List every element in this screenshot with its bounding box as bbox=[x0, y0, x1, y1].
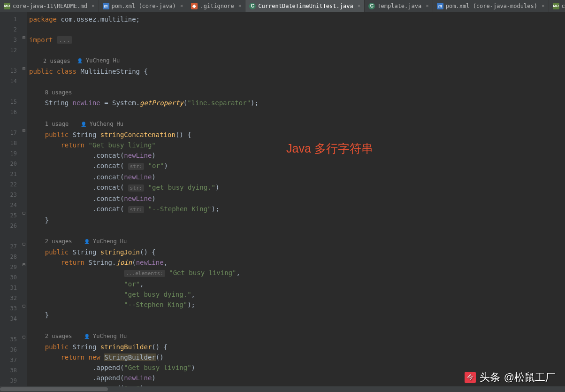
code-line[interactable]: public String stringJoin() { bbox=[29, 247, 565, 257]
usages-inlay[interactable]: 2 usages bbox=[43, 56, 70, 66]
code-line[interactable]: .concat(newLine) bbox=[29, 193, 565, 204]
watermark-prefix: 头条 bbox=[480, 370, 500, 384]
code-line[interactable]: 2 usages YuCheng Hu bbox=[29, 236, 565, 247]
code-line[interactable]: "or", bbox=[29, 279, 565, 289]
code-line[interactable]: .concat( str: "--Stephen King"); bbox=[29, 204, 565, 215]
tab[interactable]: CCurrentDateTimeUnitTest.java× bbox=[245, 0, 365, 12]
tab[interactable]: ◆.gitignore× bbox=[187, 0, 245, 12]
usages-inlay[interactable]: 8 usages bbox=[45, 89, 72, 96]
line-number: 37 bbox=[0, 355, 17, 365]
line-number: 30 bbox=[0, 272, 17, 283]
line-number: 38 bbox=[0, 365, 17, 376]
line-number: 34 bbox=[0, 314, 17, 324]
line-number: 29 bbox=[0, 262, 17, 272]
scrollbar-thumb[interactable] bbox=[0, 387, 108, 391]
code-line[interactable]: import ... bbox=[29, 35, 565, 45]
line-number: 24 bbox=[0, 200, 17, 210]
fold-column: ⊟⊟⊟⊟⊟⊟⊟⊟ bbox=[21, 12, 27, 392]
author-inlay[interactable]: YuCheng Hu bbox=[81, 121, 123, 127]
code-line[interactable]: .concat( str: "or") bbox=[29, 161, 565, 172]
fold-toggle-icon[interactable]: ⊟ bbox=[22, 241, 26, 246]
watermark-author: @松鼠工厂 bbox=[504, 370, 556, 384]
code-line[interactable] bbox=[29, 108, 565, 118]
tab-label: Template.java bbox=[377, 3, 421, 9]
code-line[interactable]: "--Stephen King"); bbox=[29, 300, 565, 310]
line-number: 20 bbox=[0, 159, 17, 169]
line-number: 13 bbox=[0, 66, 17, 76]
tab-label: .gitignore bbox=[200, 3, 234, 9]
author-inlay[interactable]: YuCheng Hu bbox=[84, 238, 127, 245]
code-line[interactable]: 1 usage YuCheng Hu bbox=[29, 118, 565, 130]
code-line[interactable]: public class MultiLineString { bbox=[29, 66, 565, 77]
usages-inlay[interactable]: 2 usages bbox=[45, 238, 72, 245]
usages-inlay[interactable]: 1 usage bbox=[45, 121, 69, 127]
code-line[interactable] bbox=[29, 45, 565, 55]
code-line[interactable]: ...elements: "Get busy living", bbox=[29, 268, 565, 279]
code-line[interactable]: 2 usages YuCheng Hu bbox=[29, 55, 565, 66]
code-line[interactable]: package com.ossez.multiline; bbox=[29, 14, 565, 24]
line-number: 27 bbox=[0, 241, 17, 252]
code-line[interactable] bbox=[29, 77, 565, 87]
line-number: 21 bbox=[0, 169, 17, 179]
line-number: 33 bbox=[0, 303, 17, 314]
line-number bbox=[0, 324, 17, 334]
code-line[interactable]: String newLine = System.getProperty("lin… bbox=[29, 98, 565, 108]
line-number bbox=[0, 86, 17, 97]
line-number: 17 bbox=[0, 128, 17, 138]
close-icon[interactable]: × bbox=[180, 3, 183, 9]
line-number: 35 bbox=[0, 334, 17, 345]
code-line[interactable]: return new StringBuilder() bbox=[29, 352, 565, 362]
fold-toggle-icon[interactable]: ⊟ bbox=[22, 303, 26, 308]
fold-toggle-icon[interactable]: ⊟ bbox=[22, 128, 26, 133]
tab[interactable]: MDcore-java-11\README.md× bbox=[0, 0, 99, 12]
fold-toggle-icon[interactable]: ⊟ bbox=[22, 210, 26, 215]
close-icon[interactable]: × bbox=[426, 3, 429, 9]
code-line[interactable]: .concat(newLine) bbox=[29, 172, 565, 182]
editor: 12312 1314 1516 17181920212223242526 272… bbox=[0, 12, 565, 392]
author-inlay[interactable]: YuCheng Hu bbox=[77, 55, 120, 66]
horizontal-scrollbar[interactable] bbox=[0, 386, 565, 392]
fold-toggle-icon[interactable]: ⊟ bbox=[22, 262, 26, 267]
close-icon[interactable]: × bbox=[238, 3, 242, 9]
code-line[interactable] bbox=[29, 225, 565, 236]
md-file-icon: MD bbox=[4, 3, 10, 9]
line-number bbox=[0, 231, 17, 241]
tab-label: pom.xml (core-java) bbox=[112, 3, 176, 9]
line-number: 18 bbox=[0, 138, 17, 148]
watermark-logo-icon: 今 bbox=[465, 372, 476, 383]
line-number: 26 bbox=[0, 221, 17, 231]
line-number: 16 bbox=[0, 107, 17, 117]
code-line[interactable]: "get busy dying.", bbox=[29, 289, 565, 300]
fold-toggle-icon[interactable]: ⊟ bbox=[22, 35, 26, 40]
close-icon[interactable]: × bbox=[358, 3, 361, 9]
code-line[interactable]: .concat( str: "get busy dying.") bbox=[29, 182, 565, 193]
line-number: 2 bbox=[0, 24, 17, 35]
close-icon[interactable]: × bbox=[92, 3, 95, 9]
line-number: 25 bbox=[0, 210, 17, 221]
close-icon[interactable]: × bbox=[542, 3, 545, 9]
tab[interactable]: mpom.xml (core-java-modules)× bbox=[433, 0, 549, 12]
editor-tabs: MDcore-java-11\README.md×mpom.xml (core-… bbox=[0, 0, 565, 12]
code-line[interactable]: 2 usages YuCheng Hu bbox=[29, 331, 565, 342]
code-line[interactable]: return String.join(newLine, bbox=[29, 257, 565, 268]
author-inlay[interactable]: YuCheng Hu bbox=[84, 333, 127, 339]
code-line[interactable]: 8 usages bbox=[29, 87, 565, 98]
c-file-icon: C bbox=[368, 3, 375, 9]
code-area[interactable]: package com.ossez.multiline; import ... … bbox=[27, 12, 565, 392]
line-number bbox=[0, 55, 17, 66]
usages-inlay[interactable]: 2 usages bbox=[45, 333, 72, 339]
code-line[interactable]: } bbox=[29, 215, 565, 225]
code-line[interactable]: public String stringBuilder() { bbox=[29, 342, 565, 352]
tab[interactable]: MDcore-java\README.md× bbox=[549, 0, 565, 12]
fold-toggle-icon[interactable]: ⊟ bbox=[22, 334, 26, 339]
line-number: 23 bbox=[0, 190, 17, 200]
m-file-icon: m bbox=[437, 3, 443, 9]
code-line[interactable] bbox=[29, 24, 565, 35]
tab[interactable]: CTemplate.java× bbox=[365, 0, 433, 12]
tab[interactable]: mpom.xml (core-java)× bbox=[99, 0, 188, 12]
code-line[interactable] bbox=[29, 320, 565, 331]
m-file-icon: m bbox=[103, 3, 109, 9]
fold-toggle-icon[interactable]: ⊟ bbox=[22, 66, 26, 71]
code-line[interactable]: public String stringConcatenation() { bbox=[29, 130, 565, 140]
code-line[interactable]: } bbox=[29, 310, 565, 320]
